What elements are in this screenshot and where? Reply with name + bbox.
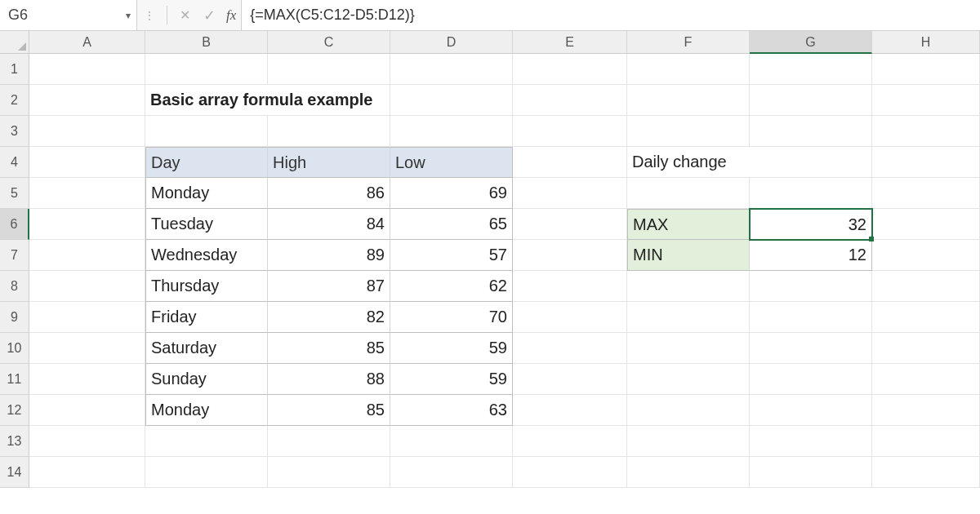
row-header-4[interactable]: 4 <box>0 147 29 178</box>
cell[interactable] <box>872 302 980 333</box>
col-header-D[interactable]: D <box>390 31 513 54</box>
cell[interactable] <box>390 85 513 116</box>
cell[interactable] <box>627 178 750 209</box>
cell[interactable] <box>268 116 390 147</box>
col-header-B[interactable]: B <box>145 31 268 54</box>
col-header-C[interactable]: C <box>268 31 390 54</box>
cell[interactable] <box>145 457 268 488</box>
cell[interactable] <box>29 85 145 116</box>
cell[interactable] <box>390 54 513 85</box>
table-cell-high[interactable]: 87 <box>268 271 390 302</box>
cell[interactable] <box>513 364 627 395</box>
cell[interactable] <box>29 209 145 240</box>
name-box-dropdown-icon[interactable]: ▾ <box>120 10 136 21</box>
table-cell-day[interactable]: Monday <box>145 178 268 209</box>
cell[interactable] <box>627 426 750 457</box>
row-header-12[interactable]: 12 <box>0 395 29 426</box>
cell[interactable] <box>29 54 145 85</box>
cell[interactable] <box>872 271 980 302</box>
cell[interactable] <box>29 147 145 178</box>
col-header-G[interactable]: G <box>750 31 872 54</box>
cell[interactable] <box>513 178 627 209</box>
cell[interactable] <box>29 364 145 395</box>
table-cell-day[interactable]: Sunday <box>145 364 268 395</box>
cell[interactable] <box>750 302 872 333</box>
cell[interactable] <box>627 457 750 488</box>
col-header-H[interactable]: H <box>872 31 980 54</box>
cell[interactable] <box>872 178 980 209</box>
formula-input[interactable]: {=MAX(C5:C12-D5:D12)} <box>241 0 980 30</box>
cell[interactable] <box>627 395 750 426</box>
cell[interactable] <box>750 271 872 302</box>
cell[interactable] <box>627 85 750 116</box>
cell[interactable] <box>627 271 750 302</box>
cell[interactable] <box>29 178 145 209</box>
cell[interactable] <box>513 116 627 147</box>
table-cell-low[interactable]: 63 <box>390 395 513 426</box>
cell[interactable] <box>513 302 627 333</box>
cell[interactable] <box>145 116 268 147</box>
row-header-13[interactable]: 13 <box>0 426 29 457</box>
cell[interactable] <box>872 364 980 395</box>
row-header-10[interactable]: 10 <box>0 333 29 364</box>
cell[interactable] <box>750 85 872 116</box>
cell[interactable] <box>29 395 145 426</box>
cell[interactable] <box>513 426 627 457</box>
table-header-day[interactable]: Day <box>145 147 268 178</box>
cancel-icon[interactable]: ✕ <box>172 7 197 23</box>
cell[interactable] <box>29 333 145 364</box>
cell[interactable] <box>627 54 750 85</box>
table-cell-low[interactable]: 69 <box>390 178 513 209</box>
summary-max-value[interactable]: 32 <box>750 209 872 240</box>
cell[interactable] <box>29 116 145 147</box>
cell[interactable] <box>513 457 627 488</box>
table-cell-high[interactable]: 82 <box>268 302 390 333</box>
cell[interactable] <box>513 240 627 271</box>
cell[interactable] <box>872 147 980 178</box>
cell[interactable] <box>750 54 872 85</box>
cell[interactable] <box>513 395 627 426</box>
table-cell-high[interactable]: 88 <box>268 364 390 395</box>
cell[interactable] <box>872 333 980 364</box>
cell[interactable] <box>145 426 268 457</box>
table-header-high[interactable]: High <box>268 147 390 178</box>
table-cell-high[interactable]: 85 <box>268 395 390 426</box>
cell[interactable] <box>750 147 872 178</box>
table-header-low[interactable]: Low <box>390 147 513 178</box>
table-cell-day[interactable]: Thursday <box>145 271 268 302</box>
table-cell-high[interactable]: 86 <box>268 178 390 209</box>
cell[interactable] <box>872 395 980 426</box>
row-header-2[interactable]: 2 <box>0 85 29 116</box>
table-cell-low[interactable]: 65 <box>390 209 513 240</box>
table-cell-day[interactable]: Wednesday <box>145 240 268 271</box>
cell[interactable] <box>390 457 513 488</box>
row-header-14[interactable]: 14 <box>0 457 29 488</box>
table-cell-high[interactable]: 85 <box>268 333 390 364</box>
cell[interactable] <box>872 85 980 116</box>
enter-icon[interactable]: ✓ <box>197 7 221 24</box>
cell[interactable] <box>872 209 980 240</box>
cell[interactable] <box>872 116 980 147</box>
summary-min-value[interactable]: 12 <box>750 240 872 271</box>
cell[interactable] <box>750 333 872 364</box>
name-box[interactable]: G6 ▾ <box>0 0 137 30</box>
row-header-7[interactable]: 7 <box>0 240 29 271</box>
cell[interactable] <box>513 271 627 302</box>
cell[interactable] <box>268 54 390 85</box>
cell[interactable] <box>29 426 145 457</box>
select-all-corner[interactable] <box>0 31 29 54</box>
cell[interactable] <box>872 457 980 488</box>
cell[interactable] <box>750 457 872 488</box>
cell[interactable] <box>750 116 872 147</box>
row-header-8[interactable]: 8 <box>0 271 29 302</box>
row-header-3[interactable]: 3 <box>0 116 29 147</box>
summary-title[interactable]: Daily change <box>627 147 750 178</box>
col-header-A[interactable]: A <box>29 31 145 54</box>
row-header-9[interactable]: 9 <box>0 302 29 333</box>
table-cell-low[interactable]: 62 <box>390 271 513 302</box>
cell[interactable] <box>390 116 513 147</box>
cell[interactable] <box>29 302 145 333</box>
page-title[interactable]: Basic array formula example <box>145 85 268 116</box>
table-cell-low[interactable]: 59 <box>390 364 513 395</box>
table-cell-day[interactable]: Friday <box>145 302 268 333</box>
